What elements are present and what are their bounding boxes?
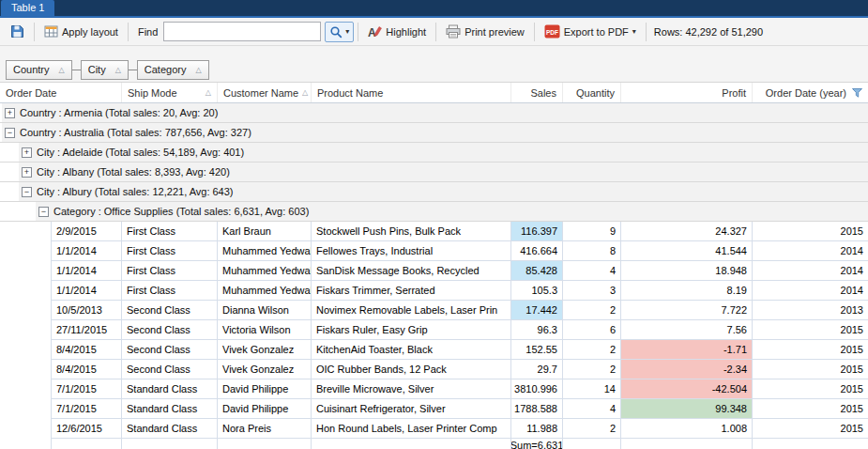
highlight-button[interactable]: A Highlight: [362, 21, 432, 42]
filter-icon[interactable]: [852, 88, 862, 98]
tab-table-1[interactable]: Table 1: [1, 0, 54, 16]
cell-order-date[interactable]: 7/1/2015: [52, 379, 122, 399]
cell-ship-mode[interactable]: First Class: [122, 281, 218, 301]
cell-sales[interactable]: 17.442: [511, 301, 563, 320]
cell-order-date[interactable]: 10/5/2013: [52, 301, 122, 320]
cell-sales[interactable]: 1788.588: [511, 399, 563, 419]
cell-sales[interactable]: 416.664: [511, 241, 563, 261]
cell-customer[interactable]: David Philippe: [218, 399, 312, 419]
cell-profit[interactable]: 1.008: [621, 419, 753, 439]
data-row[interactable]: 1/1/2014First ClassMuhammed YedwabFiskar…: [0, 281, 868, 301]
cell-customer[interactable]: Muhammed Yedwab: [218, 241, 312, 261]
save-button[interactable]: [5, 21, 30, 42]
group-row[interactable]: +City : Albany (Total sales: 8,393, Avg:…: [0, 163, 868, 182]
cell-sales[interactable]: 29.7: [511, 360, 563, 379]
cell-product[interactable]: OIC Rubber Bands, 12 Pack: [312, 360, 511, 379]
cell-order-date[interactable]: 7/1/2015: [52, 399, 122, 419]
cell-order-date[interactable]: 1/1/2014: [52, 281, 122, 301]
cell-year[interactable]: 2014: [753, 261, 868, 281]
cell-product[interactable]: Cuisinart Refrigerator, Silver: [312, 399, 511, 419]
cell-order-date[interactable]: 12/6/2015: [52, 419, 122, 439]
data-row[interactable]: 7/1/2015Standard ClassDavid PhilippeCuis…: [0, 399, 868, 419]
cell-product[interactable]: Fellowes Trays, Industrial: [312, 241, 511, 261]
cell-quantity[interactable]: 2: [563, 360, 621, 379]
data-row[interactable]: 27/11/2015Second ClassVictoria WilsonFis…: [0, 320, 868, 340]
cell-customer[interactable]: Muhammed Yedwab: [218, 281, 312, 301]
cell-year[interactable]: 2015: [753, 320, 868, 340]
group-field-category[interactable]: Category△: [137, 60, 209, 80]
cell-sales[interactable]: 85.428: [511, 261, 563, 281]
cell-ship-mode[interactable]: Standard Class: [122, 379, 218, 399]
cell-customer[interactable]: Victoria Wilson: [218, 320, 312, 340]
cell-ship-mode[interactable]: First Class: [122, 222, 218, 241]
cell-order-date[interactable]: 1/1/2014: [52, 261, 122, 281]
cell-product[interactable]: KitchenAid Toaster, Black: [312, 340, 511, 360]
print-preview-button[interactable]: Print preview: [440, 21, 530, 42]
cell-order-date[interactable]: 8/4/2015: [52, 360, 122, 379]
cell-profit[interactable]: 7.56: [621, 320, 753, 340]
cell-ship-mode[interactable]: First Class: [122, 261, 218, 281]
cell-order-date[interactable]: 8/4/2015: [52, 340, 122, 360]
expand-group-button[interactable]: +: [22, 147, 32, 158]
data-row[interactable]: 12/6/2015Standard ClassNora PreisHon Rou…: [0, 419, 868, 439]
cell-profit[interactable]: -42.504: [621, 379, 753, 399]
cell-year[interactable]: 2014: [753, 241, 868, 261]
cell-ship-mode[interactable]: Standard Class: [122, 419, 218, 439]
cell-quantity[interactable]: 9: [563, 222, 621, 241]
column-header-order-date[interactable]: Order Date: [0, 83, 122, 102]
group-field-city[interactable]: City△: [81, 60, 129, 80]
cell-customer[interactable]: Vivek Gonzalez: [218, 340, 312, 360]
data-row[interactable]: 7/1/2015Standard ClassDavid PhilippeBrev…: [0, 379, 868, 399]
cell-quantity[interactable]: 6: [563, 320, 621, 340]
cell-quantity[interactable]: 2: [563, 419, 621, 439]
collapse-group-button[interactable]: −: [38, 207, 49, 217]
cell-customer[interactable]: Muhammed Yedwab: [218, 261, 312, 281]
cell-quantity[interactable]: 3: [563, 281, 621, 301]
cell-year[interactable]: 2015: [753, 340, 868, 360]
column-header-profit[interactable]: Profit: [621, 83, 753, 102]
cell-sales[interactable]: 96.3: [511, 320, 563, 340]
cell-year[interactable]: 2015: [753, 360, 868, 379]
apply-layout-button[interactable]: Apply layout: [38, 21, 124, 42]
group-row[interactable]: +Country : Armenia (Total sales: 20, Avg…: [0, 103, 868, 123]
cell-year[interactable]: 2013: [753, 301, 868, 320]
cell-quantity[interactable]: 2: [563, 340, 621, 360]
cell-year[interactable]: 2015: [753, 379, 868, 399]
collapse-group-button[interactable]: −: [5, 128, 15, 138]
cell-product[interactable]: Breville Microwave, Silver: [312, 379, 511, 399]
cell-year[interactable]: 2015: [753, 419, 868, 439]
cell-profit[interactable]: -1.71: [621, 340, 753, 360]
data-row[interactable]: 1/1/2014First ClassMuhammed YedwabSanDis…: [0, 261, 868, 281]
cell-profit[interactable]: 99.348: [621, 399, 753, 419]
data-row[interactable]: 1/1/2014First ClassMuhammed YedwabFellow…: [0, 241, 868, 261]
cell-order-date[interactable]: 2/9/2015: [52, 222, 122, 241]
export-pdf-button[interactable]: PDF Export to PDF ▾: [539, 21, 642, 42]
group-field-country[interactable]: Country△: [6, 60, 72, 80]
group-row[interactable]: −Category : Office Supplies (Total sales…: [0, 202, 868, 222]
cell-product[interactable]: Stockwell Push Pins, Bulk Pack: [312, 222, 511, 241]
cell-ship-mode[interactable]: Second Class: [122, 301, 218, 320]
column-header-sales[interactable]: Sales: [511, 83, 563, 102]
cell-quantity[interactable]: 4: [563, 261, 621, 281]
column-header-year[interactable]: Order Date (year): [753, 83, 868, 102]
cell-product[interactable]: Fiskars Trimmer, Serrated: [312, 281, 511, 301]
cell-sales[interactable]: 3810.996: [511, 379, 563, 399]
column-header-quantity[interactable]: Quantity: [563, 83, 621, 102]
collapse-group-button[interactable]: −: [22, 187, 32, 197]
cell-customer[interactable]: Nora Preis: [218, 419, 312, 439]
cell-year[interactable]: 2015: [753, 399, 868, 419]
cell-profit[interactable]: 24.327: [621, 222, 753, 241]
cell-sales[interactable]: 105.3: [511, 281, 563, 301]
cell-sales[interactable]: 152.55: [511, 340, 563, 360]
cell-order-date[interactable]: 1/1/2014: [52, 241, 122, 261]
cell-profit[interactable]: 18.948: [621, 261, 753, 281]
cell-ship-mode[interactable]: Second Class: [122, 360, 218, 379]
group-row[interactable]: −Country : Australia (Total sales: 787,6…: [0, 123, 868, 143]
find-input[interactable]: [163, 22, 321, 41]
cell-quantity[interactable]: 2: [563, 301, 621, 320]
cell-ship-mode[interactable]: First Class: [122, 241, 218, 261]
data-row[interactable]: 8/4/2015Second ClassVivek GonzalezKitche…: [0, 340, 868, 360]
cell-product[interactable]: Novimex Removable Labels, Laser Prin: [312, 301, 511, 320]
cell-order-date[interactable]: 27/11/2015: [52, 320, 122, 340]
cell-product[interactable]: SanDisk Message Books, Recycled: [312, 261, 511, 281]
